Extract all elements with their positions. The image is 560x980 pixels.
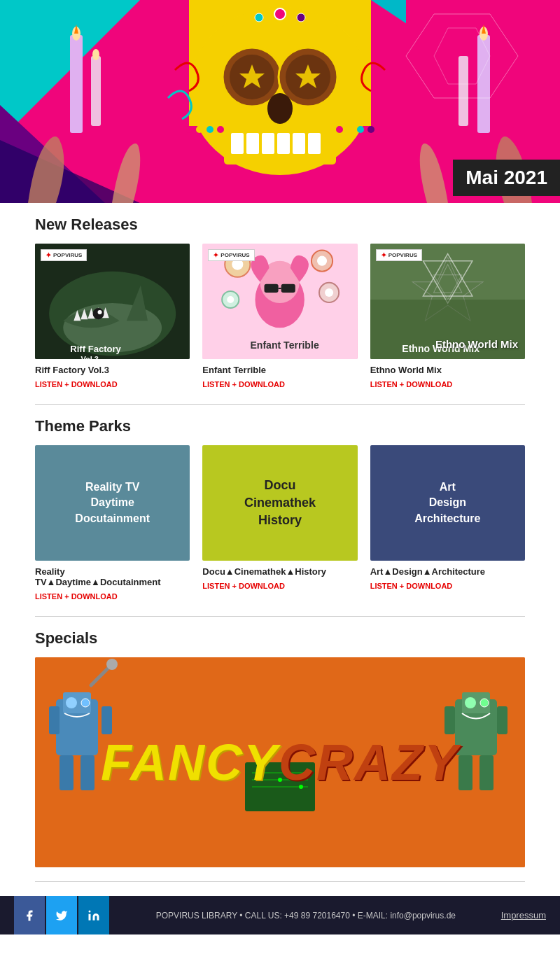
card-riff-factory-link[interactable]: LISTEN + DOWNLOAD <box>35 380 118 388</box>
svg-point-44 <box>357 126 364 133</box>
popvirus-badge-riff: ✦ POPVIRUS <box>41 249 87 261</box>
hero-section: Mai 2021 <box>0 0 560 203</box>
svg-point-41 <box>217 126 224 133</box>
art-design-architecture-card-text: ArtDesignArchitecture <box>414 479 480 526</box>
specials-title: Specials <box>35 629 525 648</box>
twitter-button[interactable] <box>46 896 77 934</box>
linkedin-button[interactable] <box>78 896 109 934</box>
svg-text:Enfant Terrible: Enfant Terrible <box>251 340 319 351</box>
svg-point-40 <box>206 126 214 133</box>
footer-inner: POPVIRUS LIBRARY • CALL US: +49 89 72016… <box>0 896 560 934</box>
svg-point-110 <box>89 910 91 912</box>
card-reality-tv-image: Reality TVDaytimeDocutainment <box>35 445 190 561</box>
svg-rect-37 <box>458 56 468 126</box>
svg-text:Vol.3: Vol.3 <box>80 355 99 359</box>
svg-point-42 <box>336 126 343 133</box>
card-art-design-architecture-image: ArtDesignArchitecture <box>370 445 525 561</box>
svg-point-38 <box>186 126 192 133</box>
social-icons <box>14 896 111 934</box>
svg-point-39 <box>196 126 203 133</box>
reality-tv-card-text: Reality TVDaytimeDocutainment <box>75 479 150 526</box>
date-badge: Mai 2021 <box>453 160 560 196</box>
svg-point-87 <box>66 697 77 708</box>
impressum-link[interactable]: Impressum <box>501 910 546 920</box>
svg-point-57 <box>98 310 102 314</box>
svg-text:Riff Factory: Riff Factory <box>70 344 121 354</box>
card-docu-cinemathek-image: DocuCinemathekHistory <box>202 445 357 561</box>
svg-rect-102 <box>479 755 493 790</box>
card-ethno-world-mix-image: ✦ POPVIRUS Ethno World Mix Ethno Wo <box>370 244 525 359</box>
card-reality-tv-title: Reality TV▲Daytime▲Docutainment <box>35 566 190 587</box>
svg-rect-23 <box>277 133 290 154</box>
svg-rect-32 <box>91 56 101 126</box>
fancy-text: FANCY <box>101 734 279 790</box>
card-docu-cinemathek[interactable]: DocuCinemathekHistory Docu▲Cinemathek▲Hi… <box>202 445 357 602</box>
facebook-button[interactable] <box>14 896 45 934</box>
crazy-text: CRAZY <box>279 734 459 790</box>
card-ethno-world-mix[interactable]: ✦ POPVIRUS Ethno World Mix Ethno Wo <box>370 244 525 390</box>
divider-3 <box>35 881 525 882</box>
svg-point-88 <box>81 699 90 707</box>
theme-parks-section: Theme Parks Reality TVDaytimeDocutainmen… <box>0 405 560 609</box>
svg-point-43 <box>346 126 354 133</box>
specials-section: Specials <box>0 617 560 874</box>
card-reality-tv[interactable]: Reality TVDaytimeDocutainment Reality TV… <box>35 445 190 602</box>
svg-point-27 <box>255 13 263 22</box>
svg-point-97 <box>465 697 476 708</box>
card-ethno-world-mix-link[interactable]: LISTEN + DOWNLOAD <box>370 380 453 388</box>
card-enfant-terrible-image: ✦ POPVIRUS <box>202 244 357 359</box>
specials-image[interactable]: FANCYCRAZY <box>35 657 525 867</box>
svg-rect-90 <box>102 706 112 734</box>
card-riff-factory[interactable]: ✦ POPVIRUS <box>35 244 190 390</box>
svg-rect-22 <box>262 133 274 154</box>
svg-rect-65 <box>281 284 295 293</box>
svg-point-72 <box>227 296 234 303</box>
svg-rect-21 <box>246 133 259 154</box>
svg-point-94 <box>106 659 118 670</box>
svg-point-45 <box>368 126 374 133</box>
svg-point-70 <box>317 256 327 266</box>
card-docu-cinemathek-link[interactable]: LISTEN + DOWNLOAD <box>202 582 285 590</box>
popvirus-badge-ethno: ✦ POPVIRUS <box>376 249 422 261</box>
popvirus-badge-enfant: ✦ POPVIRUS <box>208 249 254 261</box>
theme-parks-grid: Reality TVDaytimeDocutainment Reality TV… <box>35 445 525 602</box>
svg-rect-29 <box>70 35 83 133</box>
card-enfant-terrible[interactable]: ✦ POPVIRUS <box>202 244 357 390</box>
svg-rect-100 <box>497 706 507 734</box>
card-riff-factory-title: Riff Factory Vol.3 <box>35 365 190 375</box>
svg-rect-91 <box>59 755 74 790</box>
svg-point-33 <box>92 49 99 60</box>
card-art-design-architecture-link[interactable]: LISTEN + DOWNLOAD <box>370 582 453 590</box>
svg-point-28 <box>297 13 305 22</box>
new-releases-grid: ✦ POPVIRUS <box>35 244 525 390</box>
svg-point-98 <box>480 699 489 707</box>
fancycrazy-text: FANCYCRAZY <box>101 734 459 791</box>
card-enfant-terrible-link[interactable]: LISTEN + DOWNLOAD <box>202 380 285 388</box>
svg-point-74 <box>325 288 333 297</box>
svg-rect-25 <box>308 133 321 154</box>
svg-rect-20 <box>231 133 244 154</box>
svg-rect-99 <box>444 706 455 734</box>
new-releases-section: New Releases ✦ POPVIRUS <box>0 203 560 397</box>
ethno-overlay-text: Ethno World Mix <box>435 338 518 351</box>
new-releases-title: New Releases <box>35 216 525 234</box>
svg-point-26 <box>274 8 286 20</box>
svg-rect-64 <box>265 284 279 293</box>
card-reality-tv-link[interactable]: LISTEN + DOWNLOAD <box>35 592 118 601</box>
svg-rect-101 <box>458 755 472 790</box>
svg-rect-34 <box>477 35 490 133</box>
svg-rect-24 <box>293 133 305 154</box>
card-enfant-terrible-title: Enfant Terrible <box>202 365 357 375</box>
card-ethno-world-mix-title: Ethno World Mix <box>370 365 525 375</box>
card-art-design-architecture-title: Art▲Design▲Architecture <box>370 566 525 577</box>
svg-rect-89 <box>49 706 59 734</box>
footer-library-text: POPVIRUS LIBRARY • CALL US: +49 89 72016… <box>111 911 501 920</box>
svg-point-18 <box>267 93 293 124</box>
docu-cinemathek-card-text: DocuCinemathekHistory <box>244 477 316 530</box>
card-docu-cinemathek-title: Docu▲Cinemathek▲History <box>202 566 357 577</box>
footer: POPVIRUS LIBRARY • CALL US: +49 89 72016… <box>0 896 560 934</box>
theme-parks-title: Theme Parks <box>35 417 525 435</box>
card-riff-factory-image: ✦ POPVIRUS <box>35 244 190 359</box>
svg-rect-92 <box>80 755 94 790</box>
card-art-design-architecture[interactable]: ArtDesignArchitecture Art▲Design▲Archite… <box>370 445 525 602</box>
